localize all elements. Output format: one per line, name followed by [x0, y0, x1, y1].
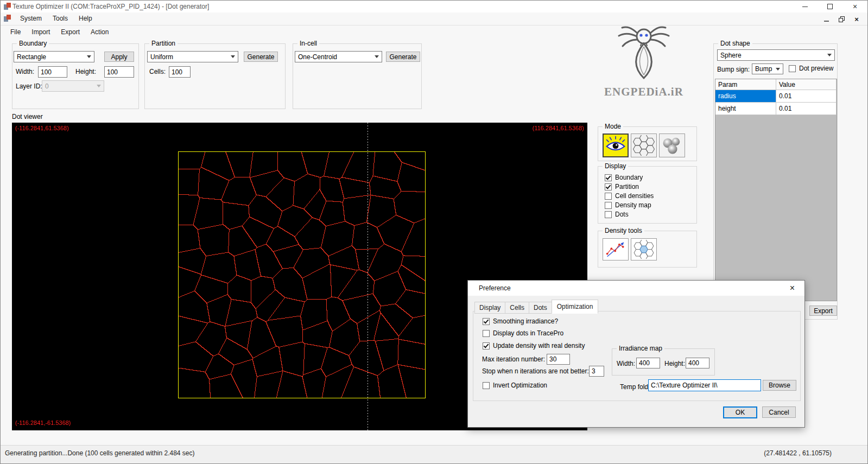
- minimize-button[interactable]: [793, 1, 818, 12]
- menu-help[interactable]: Help: [73, 12, 98, 25]
- tab-cells[interactable]: Cells: [505, 302, 529, 314]
- menu-tools[interactable]: Tools: [47, 12, 73, 25]
- app-icon: [4, 3, 11, 12]
- value-column-header[interactable]: Value: [776, 79, 837, 90]
- boundary-shape-value: Rectangle: [17, 53, 46, 61]
- mdi-close-button[interactable]: ×: [850, 14, 863, 24]
- partition-checkbox-label[interactable]: Partition: [615, 183, 639, 190]
- dot-shape-combobox[interactable]: Sphere: [717, 49, 835, 61]
- menu-system[interactable]: System: [15, 12, 47, 25]
- temp-folder-input[interactable]: C:\Texture Optimizer II\: [648, 379, 761, 391]
- maximize-button[interactable]: [818, 1, 842, 12]
- dot-preview-label[interactable]: Dot preview: [799, 65, 833, 72]
- tab-dots[interactable]: Dots: [529, 302, 552, 314]
- app-window: Texture Optimizer II (COM:TraceProXP_PID…: [0, 0, 868, 464]
- boundary-checkbox-label[interactable]: Boundary: [615, 174, 643, 181]
- smoothing-irradiance-checkbox[interactable]: [483, 318, 490, 325]
- update-density-label[interactable]: Update density with real density: [493, 342, 585, 349]
- eye-icon: [604, 135, 627, 156]
- smoothing-irradiance-row[interactable]: Smoothing irradiance?: [483, 317, 558, 325]
- dot-viewer-label: Dot viewer: [12, 113, 43, 121]
- boundary-shape-combobox[interactable]: Rectangle: [14, 51, 94, 62]
- irradiance-height-input[interactable]: 400: [686, 358, 709, 368]
- menu-import[interactable]: Import: [26, 26, 55, 39]
- menu-file[interactable]: File: [5, 26, 26, 39]
- table-row: height 0.01: [715, 103, 837, 115]
- update-density-row[interactable]: Update density with real density: [483, 342, 585, 349]
- display-dots-tracepro-checkbox[interactable]: [483, 330, 490, 337]
- value-cell-height[interactable]: 0.01: [776, 103, 837, 115]
- partition-checkbox[interactable]: [605, 183, 612, 190]
- dot-preview-checkbox[interactable]: [789, 65, 796, 72]
- display-density-map-row[interactable]: Density map: [605, 201, 651, 209]
- height-input[interactable]: 100: [104, 66, 134, 78]
- logo-text: ENGPEDiA.iR: [595, 85, 693, 99]
- display-group: Display Boundary Partition Cell densitie…: [598, 166, 697, 224]
- cells-input[interactable]: 100: [169, 66, 191, 78]
- param-cell-height[interactable]: height: [715, 103, 776, 115]
- window-controls: ×: [793, 1, 867, 12]
- width-input[interactable]: 100: [38, 66, 67, 78]
- stop-iterations-input[interactable]: 3: [589, 366, 604, 377]
- bump-sign-value: Bump: [755, 65, 772, 73]
- param-cell-radius[interactable]: radius: [715, 90, 776, 103]
- incell-generate-button[interactable]: Generate: [386, 52, 420, 62]
- display-dots-tracepro-row[interactable]: Display dots in TracePro: [483, 329, 563, 337]
- density-tools-group: Density tools: [598, 231, 697, 268]
- boundary-checkbox[interactable]: [605, 174, 612, 181]
- bump-sign-combobox[interactable]: Bump: [752, 63, 783, 74]
- dots-checkbox-label[interactable]: Dots: [615, 211, 629, 218]
- cancel-button[interactable]: Cancel: [762, 406, 796, 418]
- density-map-checkbox[interactable]: [605, 202, 612, 209]
- dot-shape-group: Dot shape Sphere Bump sign: Bump Dot pre…: [713, 43, 838, 320]
- preference-close-button[interactable]: ×: [780, 281, 804, 296]
- cell-densities-checkbox-label[interactable]: Cell densities: [615, 192, 654, 200]
- apply-button[interactable]: Apply: [104, 52, 134, 62]
- partition-generate-button[interactable]: Generate: [244, 52, 278, 62]
- invert-optimization-row[interactable]: Invert Optimization: [483, 382, 547, 389]
- preference-tabs: Display Cells Dots Optimization: [474, 300, 598, 314]
- mode-dots-button[interactable]: [659, 134, 685, 157]
- cell-densities-checkbox[interactable]: [605, 193, 612, 200]
- smoothing-irradiance-label[interactable]: Smoothing irradiance?: [493, 317, 558, 325]
- tab-optimization[interactable]: Optimization: [552, 300, 599, 314]
- ok-button[interactable]: OK: [723, 406, 757, 418]
- mdi-restore-button[interactable]: [835, 14, 848, 24]
- browse-button[interactable]: Browse: [763, 380, 796, 391]
- mdi-minimize-button[interactable]: [820, 14, 833, 24]
- max-iteration-input[interactable]: 30: [547, 354, 570, 365]
- irradiance-width-input[interactable]: 400: [636, 358, 660, 368]
- update-density-checkbox[interactable]: [483, 342, 490, 349]
- incell-type-combobox[interactable]: One-Centroid: [295, 51, 382, 62]
- density-curve-tool-button[interactable]: [603, 238, 629, 260]
- bump-sign-label: Bump sign:: [717, 66, 750, 74]
- density-cell-tool-button[interactable]: [631, 238, 657, 260]
- display-partition-row[interactable]: Partition: [605, 183, 639, 190]
- spider-logo-icon: [603, 23, 685, 84]
- param-column-header[interactable]: Param: [715, 79, 776, 90]
- invert-optimization-checkbox[interactable]: [483, 382, 490, 389]
- dots-checkbox[interactable]: [605, 211, 612, 218]
- export-button[interactable]: Export: [809, 306, 837, 316]
- menu-action[interactable]: Action: [85, 26, 114, 39]
- cursor-coordinates: (27.481422 , 61.10575): [764, 449, 832, 457]
- mode-view-button[interactable]: [603, 134, 629, 157]
- partition-type-combobox[interactable]: Uniform: [147, 51, 238, 62]
- value-cell-radius[interactable]: 0.01: [776, 90, 837, 103]
- display-dots-tracepro-label[interactable]: Display dots in TracePro: [493, 329, 563, 337]
- chevron-down-icon: [776, 68, 780, 71]
- dot-preview-checkbox-row[interactable]: Dot preview: [789, 65, 833, 72]
- mode-cells-button[interactable]: [631, 134, 657, 157]
- max-iteration-label: Max iteration number:: [482, 355, 545, 364]
- layer-id-combobox[interactable]: 0: [42, 80, 104, 92]
- display-cell-densities-row[interactable]: Cell densities: [605, 192, 654, 200]
- tab-display[interactable]: Display: [474, 302, 505, 314]
- density-map-checkbox-label[interactable]: Density map: [615, 201, 651, 209]
- invert-optimization-label[interactable]: Invert Optimization: [493, 382, 547, 389]
- menu-export[interactable]: Export: [55, 26, 85, 39]
- display-boundary-row[interactable]: Boundary: [605, 174, 643, 181]
- chevron-down-icon: [375, 55, 379, 58]
- display-dots-row[interactable]: Dots: [605, 211, 629, 218]
- line-chart-icon: [604, 240, 627, 259]
- close-button[interactable]: ×: [842, 1, 867, 12]
